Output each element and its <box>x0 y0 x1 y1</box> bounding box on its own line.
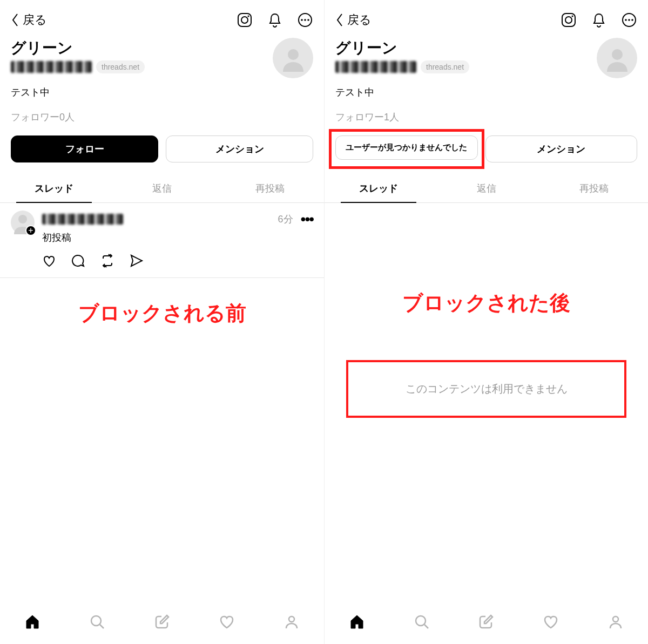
header: 戻る <box>325 0 648 38</box>
profile-section: グリーン threads.net テスト中 フォロワー1人 <box>325 38 648 124</box>
svg-point-10 <box>289 616 294 622</box>
instagram-icon[interactable] <box>237 12 253 28</box>
svg-point-17 <box>631 19 633 21</box>
post-more-icon[interactable]: ••• <box>301 211 313 228</box>
comment-icon[interactable] <box>71 254 85 268</box>
svg-point-1 <box>241 17 248 23</box>
tab-replies[interactable]: 返信 <box>433 174 541 202</box>
user-not-found-button[interactable]: ユーザーが見つかりませんでした <box>335 135 478 160</box>
tabs: スレッド 返信 再投稿 <box>325 174 648 203</box>
navbar <box>0 604 324 644</box>
domain-badge: threads.net <box>421 60 469 73</box>
post-item[interactable]: + 6分 ••• 初投稿 <box>0 203 324 278</box>
profile-name: グリーン <box>335 38 469 58</box>
tab-threads[interactable]: スレッド <box>325 174 433 202</box>
svg-point-16 <box>628 19 630 21</box>
add-icon[interactable]: + <box>25 225 36 236</box>
svg-point-13 <box>572 16 573 17</box>
content-unavailable-text: このコンテンツは利用できません <box>406 383 568 395</box>
action-row: ユーザーが見つかりませんでした メンション <box>335 135 637 162</box>
svg-point-6 <box>307 19 309 21</box>
svg-point-20 <box>613 616 618 622</box>
share-icon[interactable] <box>130 254 144 268</box>
svg-point-19 <box>416 616 426 626</box>
tab-reposts[interactable]: 再投稿 <box>216 174 324 202</box>
heart-icon[interactable] <box>42 254 56 268</box>
person-icon <box>280 45 307 72</box>
person-icon <box>604 45 631 72</box>
caption-after: ブロックされた後 <box>325 289 648 317</box>
svg-rect-11 <box>562 13 575 26</box>
tabs: スレッド 返信 再投稿 <box>0 174 324 203</box>
followers-count[interactable]: フォロワー1人 <box>335 111 637 124</box>
nav-activity-icon[interactable] <box>219 614 235 630</box>
profile-handle <box>11 61 92 73</box>
screen-after: 戻る グリーン threads.net テスト中 フォロワー1人 ユーザー <box>324 0 648 644</box>
header: 戻る <box>0 0 324 38</box>
post-text: 初投稿 <box>42 231 313 244</box>
domain-badge: threads.net <box>96 60 145 73</box>
avatar[interactable] <box>273 38 313 78</box>
profile-name: グリーン <box>11 38 145 58</box>
tab-replies[interactable]: 返信 <box>108 174 216 202</box>
back-label: 戻る <box>23 12 47 28</box>
header-actions <box>237 12 313 28</box>
avatar[interactable] <box>597 38 637 78</box>
nav-activity-icon[interactable] <box>543 614 559 630</box>
profile-bio: テスト中 <box>11 86 313 99</box>
tab-reposts[interactable]: 再投稿 <box>540 174 648 202</box>
profile-handle <box>335 61 416 73</box>
navbar <box>325 604 648 644</box>
post-author <box>42 214 123 225</box>
nav-search-icon[interactable] <box>414 614 430 630</box>
svg-point-4 <box>301 19 303 21</box>
back-button[interactable]: 戻る <box>11 12 47 28</box>
svg-point-5 <box>304 19 306 21</box>
svg-point-18 <box>612 49 623 60</box>
post-actions <box>42 254 313 268</box>
nav-home-icon[interactable] <box>349 614 365 630</box>
mention-button[interactable]: メンション <box>485 135 638 162</box>
content-unavailable-box: このコンテンツは利用できません <box>346 360 626 418</box>
nav-profile-icon[interactable] <box>284 614 300 630</box>
bell-icon[interactable] <box>267 12 283 28</box>
post-time: 6分 <box>278 213 293 226</box>
nav-home-icon[interactable] <box>24 614 40 630</box>
bell-icon[interactable] <box>591 12 607 28</box>
repost-icon[interactable] <box>100 254 114 268</box>
nav-search-icon[interactable] <box>89 614 105 630</box>
svg-rect-0 <box>238 13 251 26</box>
nav-compose-icon[interactable] <box>154 614 170 630</box>
profile-section: グリーン threads.net テスト中 フォロワー0人 <box>0 38 324 124</box>
screen-before: 戻る グリーン threads.net テスト中 フォロワー0人 フォロー メン <box>0 0 324 644</box>
header-actions <box>561 12 637 28</box>
svg-point-9 <box>91 616 101 626</box>
nav-profile-icon[interactable] <box>608 614 624 630</box>
svg-point-12 <box>565 17 572 23</box>
back-label: 戻る <box>347 12 372 28</box>
instagram-icon[interactable] <box>561 12 577 28</box>
back-button[interactable]: 戻る <box>335 12 372 28</box>
chevron-left-icon <box>11 13 19 27</box>
profile-bio: テスト中 <box>335 86 637 99</box>
nav-compose-icon[interactable] <box>478 614 494 630</box>
followers-count[interactable]: フォロワー0人 <box>11 111 313 124</box>
svg-point-7 <box>288 49 299 60</box>
tab-threads[interactable]: スレッド <box>0 174 108 202</box>
more-icon[interactable] <box>297 12 313 28</box>
more-icon[interactable] <box>621 12 637 28</box>
svg-point-8 <box>18 215 27 223</box>
chevron-left-icon <box>335 13 344 27</box>
post-avatar[interactable]: + <box>11 211 35 234</box>
highlight-not-found: ユーザーが見つかりませんでした <box>335 135 478 162</box>
follow-button[interactable]: フォロー <box>11 135 158 162</box>
mention-button[interactable]: メンション <box>166 135 313 162</box>
svg-point-2 <box>248 16 249 17</box>
caption-before: ブロックされる前 <box>0 300 324 327</box>
action-row: フォロー メンション <box>11 135 313 162</box>
svg-point-15 <box>625 19 627 21</box>
